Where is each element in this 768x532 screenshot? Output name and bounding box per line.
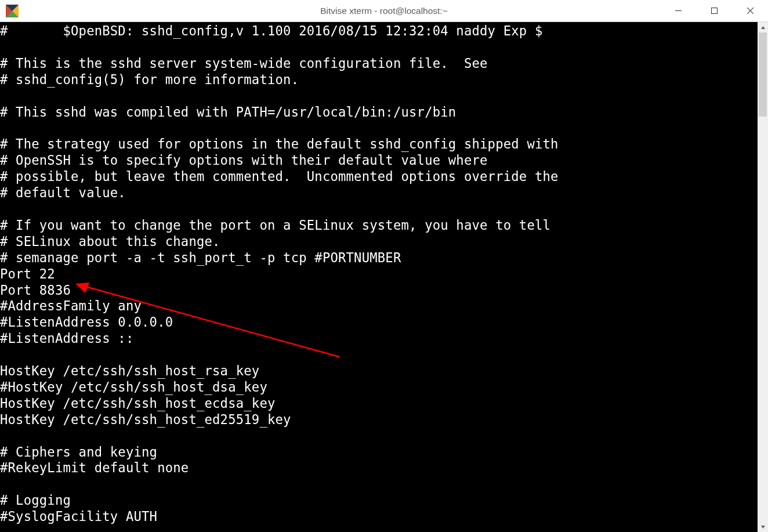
scroll-thumb[interactable] xyxy=(759,32,767,117)
scroll-up-button[interactable] xyxy=(758,22,768,32)
scroll-track[interactable] xyxy=(758,32,768,522)
svg-marker-10 xyxy=(761,26,765,29)
app-icon xyxy=(6,5,19,17)
vertical-scrollbar[interactable] xyxy=(758,22,768,532)
window-title: Bitvise xterm - root@localhost:~ xyxy=(320,6,447,16)
close-button[interactable] xyxy=(732,0,768,21)
window-controls xyxy=(660,0,768,21)
title-bar[interactable]: Bitvise xterm - root@localhost:~ xyxy=(0,0,768,22)
scroll-down-button[interactable] xyxy=(758,522,768,532)
terminal-area: # $OpenBSD: sshd_config,v 1.100 2016/08/… xyxy=(0,22,768,532)
minimize-button[interactable] xyxy=(660,0,696,21)
svg-marker-11 xyxy=(761,526,765,529)
maximize-button[interactable] xyxy=(696,0,732,21)
app-window: Bitvise xterm - root@localhost:~ # $Open… xyxy=(0,0,768,532)
svg-rect-5 xyxy=(711,8,717,14)
terminal-output[interactable]: # $OpenBSD: sshd_config,v 1.100 2016/08/… xyxy=(0,22,758,532)
